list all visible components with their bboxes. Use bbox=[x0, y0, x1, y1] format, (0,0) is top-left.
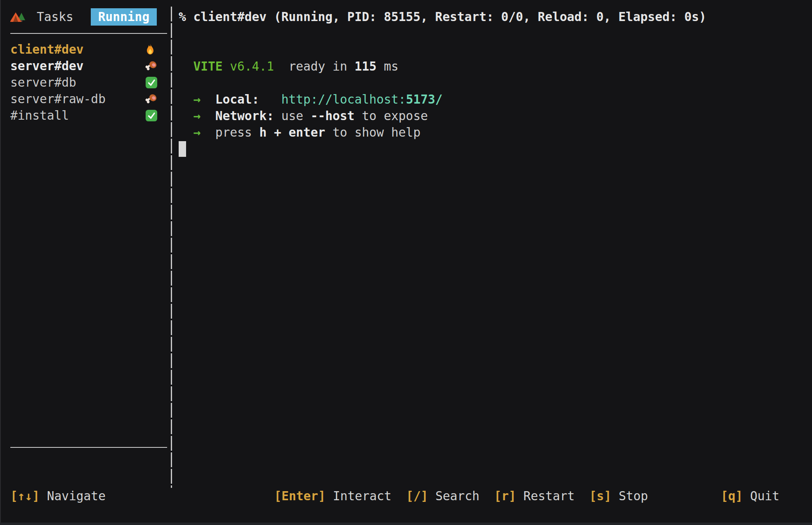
footer-right-shortcuts: [q] Quit [?] Help bbox=[721, 455, 779, 525]
check-icon bbox=[145, 109, 158, 122]
hint-label: Restart bbox=[516, 489, 575, 503]
hint-label: Navigate bbox=[40, 489, 106, 503]
arrow-icon: → bbox=[179, 109, 215, 123]
check-icon bbox=[145, 76, 158, 89]
indent bbox=[179, 59, 194, 73]
meat-on-bone-icon bbox=[145, 60, 158, 72]
arrow-icon: → bbox=[179, 125, 215, 140]
network-use: use bbox=[274, 109, 311, 123]
vite-brand: VITE bbox=[194, 59, 223, 73]
key-slash: [/] bbox=[406, 489, 428, 503]
hint-interact[interactable]: [Enter] Interact bbox=[274, 489, 406, 503]
output-cursor-line bbox=[179, 141, 442, 157]
terminal-window: Tasks Running client#dev server#dev bbox=[0, 0, 812, 525]
output-line-vite: VITE v6.4.1 ready in 115 ms bbox=[179, 58, 442, 75]
hint-quit[interactable]: [q] Quit bbox=[721, 488, 779, 504]
sep bbox=[392, 489, 406, 503]
sidebar-top-divider bbox=[10, 33, 167, 34]
task-name: server#dev bbox=[10, 58, 84, 74]
sidebar-bottom-divider bbox=[10, 447, 167, 448]
filter-badge-running[interactable]: Running bbox=[91, 8, 157, 26]
ready-duration: 115 bbox=[354, 59, 376, 73]
vite-version: v6.4.1 bbox=[223, 59, 274, 73]
meat-on-bone-icon bbox=[145, 93, 158, 105]
task-name: #install bbox=[10, 107, 69, 124]
task-name: server#db bbox=[10, 74, 76, 91]
hint-label: Search bbox=[428, 489, 479, 503]
hint-label: Stop bbox=[611, 489, 648, 503]
key-q: [q] bbox=[721, 489, 743, 503]
key-s: [s] bbox=[589, 489, 611, 503]
process-header: % client#dev (Running, PID: 85155, Resta… bbox=[179, 9, 706, 25]
local-url-port[interactable]: 5173/ bbox=[406, 92, 443, 106]
footer-shortcuts: [Enter] Interact [/] Search [r] Restart … bbox=[172, 471, 721, 488]
local-label: Local: bbox=[215, 92, 260, 106]
host-flag: --host bbox=[311, 109, 355, 123]
key-r: [r] bbox=[494, 489, 516, 503]
ready-text: ready in bbox=[274, 59, 354, 73]
output-line-network: → Network: use --host to expose bbox=[179, 108, 442, 124]
fire-icon bbox=[145, 43, 158, 56]
sep bbox=[575, 489, 590, 503]
help-press: press bbox=[215, 125, 260, 140]
output-blank-line bbox=[179, 75, 442, 91]
hint-restart[interactable]: [r] Restart bbox=[494, 489, 589, 503]
hint-search[interactable]: [/] Search bbox=[406, 489, 494, 503]
campsite-icon bbox=[10, 9, 26, 25]
task-row-server-raw-db[interactable]: server#raw-db bbox=[10, 91, 158, 107]
key-arrows: [↑↓] bbox=[10, 489, 40, 503]
task-name: client#dev bbox=[10, 41, 84, 58]
hint-label: Quit bbox=[743, 489, 779, 503]
help-rest: to show help bbox=[325, 125, 420, 140]
hint-navigate[interactable]: [↑↓] Navigate bbox=[10, 488, 106, 504]
task-row-install[interactable]: #install bbox=[10, 107, 158, 124]
task-list: client#dev server#dev bbox=[10, 41, 158, 124]
terminal-output: VITE v6.4.1 ready in 115 ms → Local: htt… bbox=[179, 58, 442, 157]
hint-label: Interact bbox=[326, 489, 392, 503]
output-line-help: → press h + enter to show help bbox=[179, 124, 442, 141]
block-cursor bbox=[179, 141, 186, 157]
key-enter: [Enter] bbox=[274, 489, 326, 503]
hint-stop[interactable]: [s] Stop bbox=[589, 489, 648, 503]
task-row-server-db[interactable]: server#db bbox=[10, 74, 158, 91]
sidebar-titlebar: Tasks Running bbox=[10, 8, 157, 26]
local-url[interactable]: http://localhost: bbox=[281, 92, 406, 106]
task-row-client-dev[interactable]: client#dev bbox=[10, 41, 158, 58]
ready-unit: ms bbox=[377, 59, 399, 73]
pane-divider bbox=[171, 7, 172, 488]
sidebar-hints: [↑↓] Navigate [h] Hide bbox=[10, 455, 106, 525]
network-label: Network: bbox=[215, 109, 274, 123]
window-edge bbox=[0, 0, 1, 525]
network-rest: to expose bbox=[354, 109, 428, 123]
help-keys: h + enter bbox=[259, 125, 325, 140]
task-name: server#raw-db bbox=[10, 91, 106, 107]
arrow-icon: → bbox=[179, 92, 215, 106]
window-bottom-edge bbox=[0, 523, 812, 525]
task-row-server-dev[interactable]: server#dev bbox=[10, 58, 158, 74]
output-line-local: → Local: http://localhost:5173/ bbox=[179, 91, 442, 108]
sep bbox=[479, 489, 494, 503]
sidebar-title: Tasks bbox=[37, 9, 73, 25]
gap bbox=[259, 92, 281, 106]
